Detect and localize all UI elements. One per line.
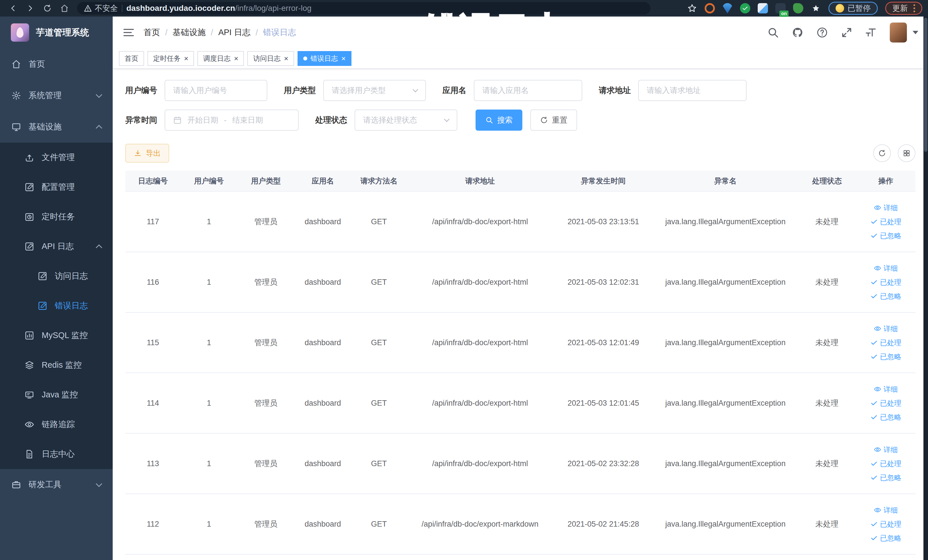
- sidebar-item[interactable]: Java 监控: [0, 380, 113, 410]
- exception-time-range-picker[interactable]: 开始日期 - 结束日期: [165, 110, 299, 131]
- cell-actions: 详细 已处理 已忽略: [856, 505, 916, 543]
- extension-green-check-icon[interactable]: [740, 3, 750, 14]
- reset-button[interactable]: 重置: [530, 110, 577, 131]
- extension-shield-icon[interactable]: [722, 3, 733, 14]
- detail-link[interactable]: 详细: [874, 264, 898, 273]
- tab[interactable]: 定时任务 ×: [148, 51, 194, 66]
- table-row: 115 1 管理员 dashboard GET /api/infra/db-do…: [125, 313, 916, 373]
- mark-processed-link[interactable]: 已处理: [870, 398, 902, 408]
- mark-ignored-link[interactable]: 已忽略: [870, 352, 902, 362]
- github-icon[interactable]: [792, 26, 804, 38]
- sidebar-item[interactable]: MySQL 监控: [0, 320, 113, 350]
- sidebar-item[interactable]: 错误日志: [0, 291, 113, 320]
- detail-link[interactable]: 详细: [874, 445, 898, 455]
- refresh-table-button[interactable]: [873, 144, 891, 162]
- mark-ignored-link[interactable]: 已忽略: [870, 534, 902, 543]
- breadcrumb-item[interactable]: 首页: [143, 27, 160, 38]
- mark-processed-link[interactable]: 已处理: [870, 338, 902, 348]
- sidebar-item-label: 研发工具: [29, 479, 62, 490]
- browser-back-button[interactable]: [6, 2, 21, 15]
- request-url-input[interactable]: 请输入请求地址: [638, 80, 746, 101]
- column-settings-button[interactable]: [898, 144, 916, 162]
- tab[interactable]: 访问日志 ×: [247, 51, 294, 66]
- tab-close-icon[interactable]: ×: [342, 55, 346, 62]
- font-size-icon[interactable]: [865, 26, 877, 38]
- tab-label: 定时任务: [153, 54, 180, 63]
- detail-link[interactable]: 详细: [874, 324, 898, 334]
- app-title: 芋道管理系统: [36, 26, 89, 38]
- browser-home-button[interactable]: [57, 2, 72, 15]
- tab[interactable]: 调度日志 ×: [197, 51, 244, 66]
- security-warning[interactable]: 不安全: [84, 3, 118, 14]
- user-type-select[interactable]: 请选择用户类型: [323, 80, 426, 101]
- detail-link[interactable]: 详细: [874, 385, 898, 394]
- refresh-icon: [540, 116, 548, 124]
- browser-menu-icon[interactable]: [913, 4, 915, 12]
- cell-status: 未处理: [798, 519, 856, 529]
- browser-update-button[interactable]: 更新: [885, 2, 922, 15]
- fullscreen-icon[interactable]: [841, 26, 853, 38]
- tab-close-icon[interactable]: ×: [234, 55, 238, 62]
- sidebar-item-label: MySQL 监控: [42, 330, 88, 341]
- sidebar-item[interactable]: 定时任务: [0, 202, 113, 232]
- user-menu[interactable]: [890, 23, 918, 43]
- sidebar-item[interactable]: 首页: [0, 49, 113, 80]
- extension-orange-icon[interactable]: [705, 3, 715, 14]
- mark-processed-link[interactable]: 已处理: [870, 278, 902, 287]
- cell-user-id: 1: [180, 520, 237, 529]
- mark-ignored-link[interactable]: 已忽略: [870, 291, 902, 301]
- sidebar-item[interactable]: 链路追踪: [0, 410, 113, 439]
- extension-grid-icon[interactable]: [758, 3, 768, 14]
- header-search-icon[interactable]: [767, 26, 779, 38]
- user-id-input[interactable]: 请输入用户编号: [165, 80, 267, 101]
- tab-close-icon[interactable]: ×: [184, 55, 188, 62]
- paused-extension-badge[interactable]: 已暂停: [829, 2, 878, 15]
- breadcrumb-item[interactable]: 错误日志: [263, 27, 296, 38]
- search-button[interactable]: 搜索: [476, 110, 522, 131]
- sidebar-item[interactable]: 配置管理: [0, 172, 113, 202]
- bookmark-star-icon[interactable]: [687, 3, 697, 14]
- detail-link[interactable]: 详细: [874, 505, 898, 515]
- mark-processed-link[interactable]: 已处理: [870, 519, 902, 529]
- mark-ignored-link[interactable]: 已忽略: [870, 412, 902, 422]
- browser-reload-button[interactable]: [40, 2, 55, 15]
- process-status-select[interactable]: 请选择处理状态: [355, 110, 457, 131]
- sidebar-item[interactable]: 系统管理: [0, 80, 113, 111]
- export-button[interactable]: 导出: [125, 144, 169, 163]
- mark-processed-link[interactable]: 已处理: [870, 217, 902, 226]
- breadcrumb-item[interactable]: API 日志: [218, 27, 250, 38]
- sidebar-item[interactable]: 基础设施: [0, 111, 113, 143]
- extension-dark-icon[interactable]: on: [775, 3, 786, 14]
- cell-app-name: dashboard: [295, 217, 351, 226]
- sidebar-item[interactable]: 日志中心: [0, 439, 113, 469]
- sidebar-item[interactable]: API 日志: [0, 232, 113, 261]
- browser-scrollbar[interactable]: [923, 17, 928, 560]
- divider: [122, 5, 122, 12]
- mark-ignored-link[interactable]: 已忽略: [870, 473, 902, 482]
- tab-close-icon[interactable]: ×: [284, 55, 288, 62]
- scrollbar-thumb[interactable]: [924, 18, 927, 152]
- cell-request-url: /api/infra/db-doc/export-html: [406, 399, 553, 407]
- browser-forward-button[interactable]: [23, 2, 38, 15]
- mark-ignored-link[interactable]: 已忽略: [870, 231, 902, 241]
- mark-processed-link[interactable]: 已处理: [870, 459, 902, 468]
- security-label: 不安全: [95, 3, 118, 14]
- address-bar[interactable]: 不安全 dashboard.yudao.iocoder.cn/infra/log…: [77, 2, 650, 15]
- help-icon[interactable]: [816, 26, 828, 38]
- sidebar-toggle-icon[interactable]: [122, 26, 135, 39]
- sidebar-item-icon: [24, 331, 34, 340]
- tab[interactable]: 首页 ×: [119, 51, 144, 66]
- sidebar-item[interactable]: 访问日志: [0, 261, 113, 291]
- extension-leaf-icon[interactable]: [793, 3, 803, 14]
- tab[interactable]: 错误日志 ×: [298, 51, 351, 66]
- sidebar-item[interactable]: 研发工具: [0, 469, 113, 500]
- sidebar-item[interactable]: 文件管理: [0, 143, 113, 172]
- sidebar-item[interactable]: Redis 监控: [0, 350, 113, 380]
- chevron-down-icon: [96, 481, 102, 487]
- cell-status: 未处理: [798, 458, 856, 469]
- detail-link[interactable]: 详细: [874, 203, 898, 212]
- breadcrumb-item[interactable]: 基础设施: [172, 27, 206, 38]
- extension-star-icon[interactable]: [811, 3, 821, 14]
- app-logo-row[interactable]: 芋道管理系统: [0, 17, 113, 49]
- app-name-input[interactable]: 请输入应用名: [474, 80, 582, 101]
